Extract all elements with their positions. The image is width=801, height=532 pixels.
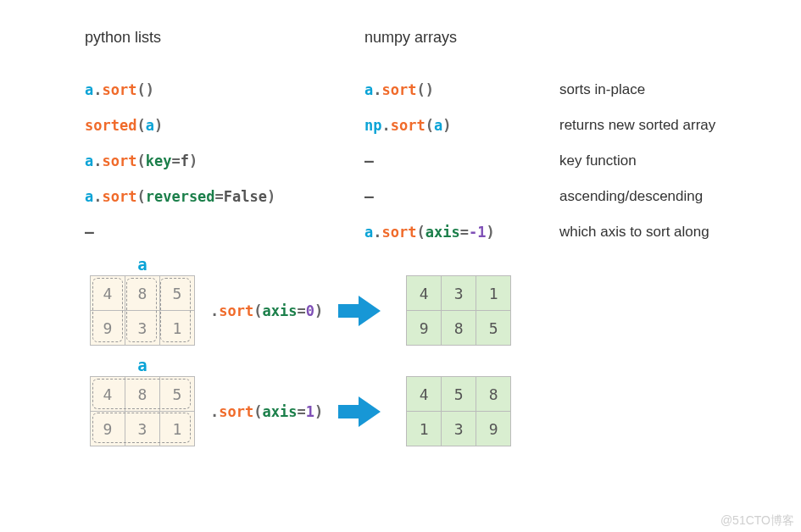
diagram-sort-axis0: a485931.sort(axis=0)431985 [85,275,801,346]
python-code-0: a.sort() [85,81,154,98]
sort-call: .sort(axis=0) [210,302,323,319]
numpy-code-3: – [364,188,374,205]
cell: 5 [476,311,511,346]
row-3: a.sort(reversed=False)–ascending/descend… [85,179,801,214]
row-1: sorted(a)np.sort(a)returns new sorted ar… [85,108,801,143]
cell: 4 [91,276,125,311]
python-code-2: a.sort(key=f) [85,152,197,169]
input-matrix: 485931 [90,376,195,446]
output-matrix-wrap: 431985 [406,275,511,346]
heading-python-lists: python lists [85,29,364,47]
watermark: @51CTO博客 [720,513,794,529]
row-2: a.sort(key=f)–key function [85,143,801,179]
cell: 9 [476,412,511,446]
numpy-code-4: a.sort(axis=-1) [364,224,495,241]
cell: 4 [407,276,442,311]
output-matrix-wrap: 458139 [406,376,511,446]
svg-marker-1 [338,396,381,427]
cell: 5 [442,377,476,412]
cell: 1 [476,276,511,311]
matrix-label: a [90,255,195,274]
diagram-section: a485931.sort(axis=0)431985 a485931.sort(… [85,275,801,446]
python-code-1: sorted(a) [85,117,163,134]
sort-call-wrap: .sort(axis=0) [210,302,323,319]
description-4: which axis to sort along [559,224,788,241]
input-matrix-wrap: a485931 [90,376,195,446]
cell: 3 [442,276,476,311]
input-matrix-wrap: a485931 [90,275,195,346]
cell: 1 [160,311,195,346]
cell: 3 [442,412,476,446]
row-0: a.sort()a.sort()sorts in-place [85,72,801,108]
cell: 8 [125,377,160,412]
cell: 1 [407,412,442,446]
numpy-code-0: a.sort() [364,81,434,98]
matrix-label: a [90,356,195,374]
description-2: key function [559,152,788,169]
cell: 8 [476,377,511,412]
cell: 4 [407,377,442,412]
column-headings: python lists numpy arrays [85,29,801,47]
description-1: returns new sorted array [559,117,788,134]
cell: 9 [407,311,442,346]
comparison-rows: a.sort()a.sort()sorts in-placesorted(a)n… [85,72,801,250]
arrow-icon [338,395,382,429]
output-matrix: 458139 [406,376,511,446]
sort-call-wrap: .sort(axis=1) [210,403,323,420]
numpy-code-2: – [364,152,374,169]
cell: 5 [160,276,195,311]
cell: 8 [442,311,476,346]
description-0: sorts in-place [559,81,788,98]
cell: 9 [91,412,125,446]
cell: 8 [125,276,160,311]
cell: 4 [91,377,125,412]
cell: 5 [160,377,195,412]
cell: 1 [160,412,195,446]
python-code-3: a.sort(reversed=False) [85,188,275,205]
heading-description [559,29,771,47]
row-4: –a.sort(axis=-1)which axis to sort along [85,214,801,250]
arrow-icon [338,294,382,328]
cell: 9 [91,311,125,346]
input-matrix: 485931 [90,275,195,346]
diagram-sort-axis1: a485931.sort(axis=1)458139 [85,376,801,446]
svg-marker-0 [338,296,381,326]
description-3: ascending/descending [559,188,788,205]
sort-call: .sort(axis=1) [210,403,323,420]
output-matrix: 431985 [406,275,511,346]
cell: 3 [125,311,160,346]
heading-numpy-arrays: numpy arrays [364,29,559,47]
numpy-code-1: np.sort(a) [364,117,451,134]
cell: 3 [125,412,160,446]
python-code-4: – [85,224,94,241]
